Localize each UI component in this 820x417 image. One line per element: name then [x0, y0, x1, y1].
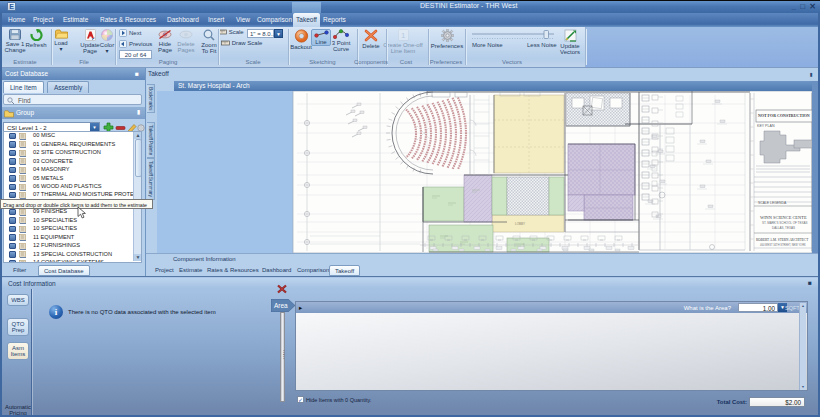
svg-text:WINN SCIENCE CENTE: WINN SCIENCE CENTE	[760, 215, 807, 220]
svg-text:SCALE LEGENDA: SCALE LEGENDA	[758, 201, 787, 205]
svg-text:460 WEST 34TH STREET, NEW YORK: 460 WEST 34TH STREET, NEW YORK	[760, 243, 806, 247]
svg-text:1: 1	[401, 30, 406, 39]
svg-text:DALLAS, TEXAS: DALLAS, TEXAS	[772, 226, 795, 230]
svg-text:LOBBY: LOBBY	[515, 222, 525, 226]
svg-text:KEY PLAN: KEY PLAN	[757, 124, 775, 128]
svg-text:Area: Area	[274, 302, 288, 309]
svg-text:NOT FOR CONSTRUCTION: NOT FOR CONSTRUCTION	[758, 113, 810, 118]
svg-text:ROBERT A.M. STERN ARCHITECT: ROBERT A.M. STERN ARCHITECT	[756, 238, 809, 242]
svg-text:ST. MARK'S SCHOOL OF TEXAS: ST. MARK'S SCHOOL OF TEXAS	[762, 221, 807, 225]
